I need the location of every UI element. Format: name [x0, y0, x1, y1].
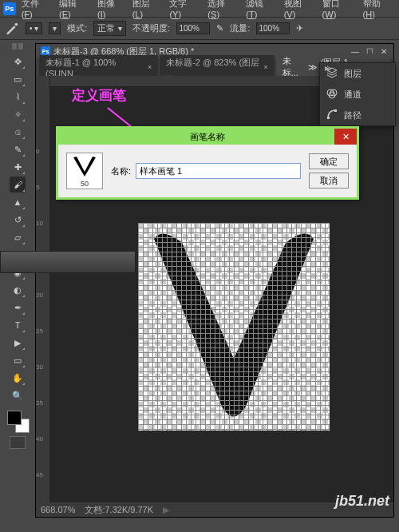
name-label: 名称: — [111, 165, 131, 177]
menu-file[interactable]: 文件(F) — [18, 0, 53, 21]
toolbox: ✥ ▭ ⌇ ✧ ⟃ ✎ ✚ 🖌 ▲ ↺ ▱ ▦ ◉ ◐ ✒ T ▶ ▭ ✋ 🔍 — [0, 40, 35, 452]
brush-tool[interactable]: 🖌 — [10, 177, 26, 193]
panel-layers[interactable]: 图层 — [320, 63, 395, 84]
brush-preview: 50 — [66, 153, 103, 189]
opacity-input[interactable]: 100% — [176, 22, 210, 34]
stamp-tool[interactable]: ▲ — [10, 194, 26, 210]
app-logo: Ps — [3, 2, 16, 15]
cancel-button[interactable]: 取消 — [309, 173, 349, 189]
dialog-close-button[interactable]: ✕ — [334, 129, 357, 145]
watermark: jb51.net — [335, 493, 389, 510]
marquee-tool[interactable]: ▭ — [10, 71, 26, 87]
eyedropper-tool[interactable]: ✎ — [10, 141, 26, 157]
pixel-grid — [138, 223, 330, 431]
panel-channels[interactable]: 通道 — [320, 84, 395, 105]
tooltip-strip — [0, 251, 136, 273]
svg-rect-4 — [327, 117, 330, 119]
opacity-label: 不透明度: — [132, 22, 170, 34]
panel-paths[interactable]: 路径 — [320, 105, 395, 125]
quick-mask-toggle[interactable] — [10, 436, 26, 449]
hand-tool[interactable]: ✋ — [10, 370, 26, 386]
svg-point-0 — [15, 22, 18, 26]
toolbox-grip[interactable] — [12, 43, 23, 50]
menu-help[interactable]: 帮助(H) — [359, 0, 397, 21]
menu-select[interactable]: 选择(S) — [203, 0, 240, 21]
menu-window[interactable]: 窗口(W) — [318, 0, 358, 21]
brush-preset-picker[interactable]: • ▾ — [26, 22, 42, 34]
brush-preview-size: 50 — [81, 180, 89, 188]
menu-edit[interactable]: 编辑(E) — [55, 0, 92, 21]
brush-size-picker[interactable]: ▾ — [49, 22, 61, 34]
flow-input[interactable]: 100% — [256, 22, 290, 34]
close-icon[interactable]: × — [263, 63, 267, 71]
pen-tool[interactable]: ✒ — [10, 300, 26, 316]
dialog-titlebar[interactable]: 画笔名称 ✕ — [58, 129, 357, 145]
shape-tool[interactable]: ▭ — [10, 352, 26, 368]
magic-wand-tool[interactable]: ✧ — [10, 106, 26, 122]
zoom-tool[interactable]: 🔍 — [10, 387, 26, 403]
channels-icon — [326, 88, 338, 101]
ruler-vertical[interactable]: 0 5 10 15 20 25 30 35 40 45 50 — [36, 76, 50, 502]
crop-tool[interactable]: ⟃ — [10, 124, 26, 140]
foreground-color[interactable] — [7, 411, 22, 425]
panel-flyout: 图层 通道 路径 — [319, 62, 396, 126]
options-bar: • ▾ ▾ 模式: 正常 ▾ 不透明度: 100% ✎ 流量: 100% ✈ — [0, 18, 399, 40]
paths-icon — [326, 109, 338, 121]
mode-select[interactable]: 正常 ▾ — [93, 21, 126, 36]
lasso-tool[interactable]: ⌇ — [10, 89, 26, 105]
brush-name-dialog: 画笔名称 ✕ 50 名称: 确定 取消 — [56, 126, 359, 200]
menu-layer[interactable]: 图层(L) — [128, 0, 164, 21]
menu-type[interactable]: 文字(Y) — [165, 0, 202, 21]
menu-bar: Ps 文件(F) 编辑(E) 图像(I) 图层(L) 文字(Y) 选择(S) 滤… — [0, 0, 399, 18]
history-brush-tool[interactable]: ↺ — [10, 212, 26, 228]
brush-tool-icon — [5, 21, 19, 37]
menu-view[interactable]: 视图(V) — [280, 0, 317, 21]
zoom-level[interactable]: 668.07% — [41, 505, 75, 514]
menu-filter[interactable]: 滤镜(T) — [242, 0, 278, 21]
flow-label: 流量: — [230, 22, 250, 34]
mode-label: 模式: — [67, 22, 87, 34]
canvas[interactable] — [138, 223, 330, 431]
close-icon[interactable]: × — [148, 63, 152, 71]
dialog-title-text: 画笔名称 — [190, 131, 225, 143]
healing-tool[interactable]: ✚ — [10, 159, 26, 175]
path-select-tool[interactable]: ▶ — [10, 335, 26, 351]
annotation-text: 定义画笔 — [72, 86, 126, 105]
ok-button[interactable]: 确定 — [309, 153, 349, 169]
airbrush-icon[interactable]: ✈ — [296, 23, 303, 34]
type-tool[interactable]: T — [10, 317, 26, 333]
move-tool[interactable]: ✥ — [10, 54, 26, 69]
pressure-opacity-icon[interactable]: ✎ — [216, 23, 223, 34]
eraser-tool[interactable]: ▱ — [10, 229, 26, 245]
svg-rect-5 — [334, 109, 337, 112]
flyout-collapse-icon[interactable] — [323, 65, 331, 73]
dodge-tool[interactable]: ◐ — [10, 282, 26, 298]
brush-name-input[interactable] — [136, 163, 301, 179]
menu-image[interactable]: 图像(I) — [93, 0, 127, 21]
color-swatches[interactable] — [6, 409, 30, 433]
